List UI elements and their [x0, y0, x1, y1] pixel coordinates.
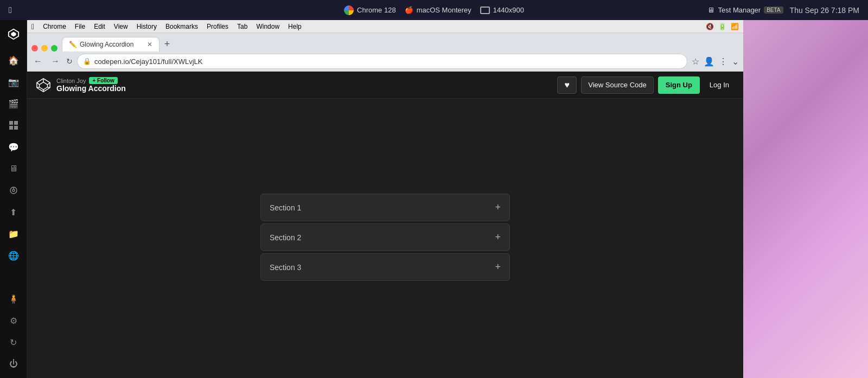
url-text: codepen.io/Cejay101/full/XWLvjLK: [94, 57, 202, 66]
browser-info: Chrome 128: [344, 5, 396, 15]
menu-file[interactable]: File: [75, 23, 85, 30]
beta-badge: BETA: [764, 7, 783, 14]
refresh-button[interactable]: ↻: [66, 57, 73, 66]
codepen-logo-icon: [36, 78, 51, 93]
accordion-item-2[interactable]: Section 2 +: [260, 223, 510, 251]
person-icon[interactable]: 🧍: [4, 289, 23, 309]
accordion-expand-3-icon: +: [495, 261, 501, 273]
sys-icon-3: 📶: [731, 23, 739, 30]
accordion-item-1[interactable]: Section 1 +: [260, 194, 510, 221]
os-topbar:  Chrome 128 🍎 macOS Monterey 1440x900 🖥…: [0, 0, 868, 20]
tab-title: Glowing Accordion: [80, 41, 133, 48]
menu-chrome[interactable]: Chrome: [43, 23, 66, 30]
accordion-section-3-label: Section 3: [270, 263, 301, 272]
menu-history[interactable]: History: [137, 23, 157, 30]
expand-icon[interactable]: ⌄: [732, 56, 739, 67]
svg-rect-4: [9, 126, 13, 130]
left-sidebar: 🏠 📷 🎬 💬 🖥 ⬆ 📁 🌐 🧍 ⚙ ↻ ⏻: [0, 20, 27, 378]
sys-icon-2: 🔋: [718, 23, 726, 30]
menu-window[interactable]: Window: [256, 23, 279, 30]
folder-icon[interactable]: 📁: [4, 224, 23, 244]
browser-toolbar: ← → ↻ 🔒 codepen.io/Cejay101/full/XWLvjLK…: [27, 52, 743, 71]
test-manager-label: Test Manager: [718, 6, 761, 14]
profile-icon[interactable]: 👤: [704, 56, 714, 67]
video-icon[interactable]: 🎬: [4, 94, 23, 113]
codepen-header: Clinton Joy + Follow Glowing Accordion ♥…: [27, 72, 743, 99]
resolution-label: 1440x900: [493, 6, 524, 14]
network-icon[interactable]: [4, 181, 23, 200]
menu-profiles[interactable]: Profiles: [207, 23, 228, 30]
apple-menu-icon[interactable]: : [31, 22, 34, 31]
login-button[interactable]: Log In: [704, 76, 735, 94]
back-button[interactable]: ←: [31, 55, 44, 67]
accordion-wrapper: Section 1 + Section 2 + Section 3 +: [260, 194, 510, 283]
traffic-lights: [31, 45, 58, 52]
menu-bookmarks[interactable]: Bookmarks: [165, 23, 198, 30]
svg-marker-10: [40, 82, 48, 89]
svg-point-7: [12, 189, 15, 191]
main-layout: 🏠 📷 🎬 💬 🖥 ⬆ 📁 🌐 🧍 ⚙ ↻ ⏻: [0, 20, 868, 378]
svg-line-13: [37, 87, 40, 87]
accordion-section-1-label: Section 1: [270, 203, 301, 212]
test-manager-info: 🖥 Test Manager BETA: [707, 6, 783, 14]
svg-line-14: [47, 87, 50, 87]
browser-area:  Chrome File Edit View History Bookmark…: [27, 20, 743, 378]
tab-favicon-icon: ✏️: [69, 41, 76, 48]
refresh-icon[interactable]: ↻: [4, 332, 23, 352]
chrome-icon: [344, 5, 354, 15]
menu-help[interactable]: Help: [288, 23, 302, 30]
codepen-actions: ♥ View Source Code Sign Up Log In: [557, 76, 735, 94]
svg-rect-5: [14, 126, 18, 130]
maximize-window-button[interactable]: [51, 45, 58, 52]
sidebar-logo[interactable]: [4, 24, 23, 44]
active-tab[interactable]: ✏️ Glowing Accordion ✕: [62, 37, 159, 52]
follow-button[interactable]: + Follow: [89, 77, 117, 84]
new-tab-button[interactable]: +: [159, 36, 175, 52]
more-options-icon[interactable]: ⋮: [719, 56, 727, 67]
time-display: Thu Sep 26 7:18 PM: [790, 6, 859, 15]
forward-button[interactable]: →: [49, 55, 62, 67]
resolution-info: 1440x900: [480, 6, 524, 14]
accordion-expand-2-icon: +: [495, 232, 501, 243]
topbar-icons: Thu Sep 26 7:18 PM: [790, 6, 859, 15]
power-icon[interactable]: ⏻: [4, 354, 23, 374]
bookmark-icon[interactable]: ☆: [692, 56, 699, 67]
url-bar[interactable]: 🔒 codepen.io/Cejay101/full/XWLvjLK: [77, 54, 687, 69]
globe-icon[interactable]: 🌐: [4, 246, 23, 265]
menu-edit[interactable]: Edit: [94, 23, 105, 30]
close-window-button[interactable]: [31, 45, 38, 52]
camera-icon[interactable]: 📷: [4, 72, 23, 92]
macos-info: 🍎 macOS Monterey: [405, 6, 471, 14]
secure-icon: 🔒: [83, 57, 91, 65]
macos-menubar:  Chrome File Edit View History Bookmark…: [27, 20, 743, 33]
tab-close-button[interactable]: ✕: [147, 41, 152, 48]
accordion-section-2-label: Section 2: [270, 233, 301, 242]
svg-rect-3: [14, 121, 18, 125]
svg-rect-2: [9, 121, 13, 125]
upload-icon[interactable]: ⬆: [4, 202, 23, 222]
minimize-window-button[interactable]: [41, 45, 48, 52]
settings-icon[interactable]: ⚙: [4, 311, 23, 330]
test-manager-icon: 🖥: [707, 6, 714, 14]
apple-logo-icon: : [9, 5, 12, 15]
browser-chrome: ✏️ Glowing Accordion ✕ + ← → ↻ 🔒 codepen…: [27, 33, 743, 72]
heart-icon: ♥: [565, 80, 570, 90]
browser-tabs: ✏️ Glowing Accordion ✕ +: [27, 33, 743, 52]
monitor-icon[interactable]: 🖥: [4, 159, 23, 178]
author-name[interactable]: Clinton Joy: [56, 78, 86, 84]
chat-icon[interactable]: 💬: [4, 137, 23, 157]
grid-icon[interactable]: [4, 116, 23, 135]
menu-tab[interactable]: Tab: [237, 23, 247, 30]
sys-icon-1: 🔇: [706, 23, 714, 30]
codepen-logo-area: Clinton Joy + Follow Glowing Accordion: [36, 77, 126, 93]
toolbar-actions: ☆ 👤 ⋮ ⌄: [692, 56, 739, 67]
heart-button[interactable]: ♥: [557, 76, 577, 94]
accordion-item-3[interactable]: Section 3 +: [260, 253, 510, 281]
svg-marker-1: [11, 31, 16, 36]
signup-button[interactable]: Sign Up: [658, 76, 700, 94]
view-source-button[interactable]: View Source Code: [581, 76, 653, 94]
menu-view[interactable]: View: [114, 23, 128, 30]
macos-label: macOS Monterey: [417, 6, 471, 14]
home-icon[interactable]: 🏠: [4, 50, 23, 70]
codepen-author-area: Clinton Joy + Follow: [56, 77, 126, 84]
